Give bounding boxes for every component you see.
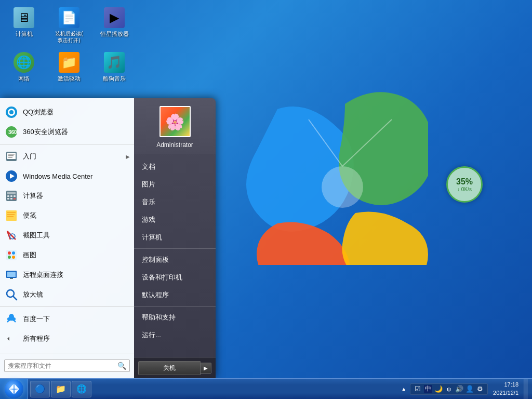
svg-point-42 xyxy=(12,317,16,321)
svg-rect-24 xyxy=(7,212,16,213)
speed-widget: 35% ↓ 0K/s xyxy=(446,166,483,203)
svg-point-0 xyxy=(322,166,363,208)
desktop-icon-word[interactable]: 📄 装机后必读( 双击打开) xyxy=(50,5,88,46)
tray-settings-icon[interactable]: ⚙ xyxy=(476,385,484,393)
right-item-help[interactable]: 帮助和支持 xyxy=(134,309,216,326)
tray-network-icon[interactable]: ψ xyxy=(445,385,453,393)
svg-rect-10 xyxy=(8,154,15,155)
qq-browser-label: QQ浏览器 xyxy=(23,108,130,117)
search-input[interactable] xyxy=(8,362,117,369)
system-clock[interactable]: 17:18 2021/12/1 xyxy=(490,381,522,397)
right-item-devices[interactable]: 设备和打印机 xyxy=(134,269,216,286)
all-programs-label: 所有程序 xyxy=(23,334,130,343)
svg-rect-30 xyxy=(6,250,17,260)
user-name: Administrator xyxy=(156,141,193,149)
right-menu-items: 文档 图片 音乐 游戏 计算机 控制面板 设备 xyxy=(134,154,216,357)
qq-browser-icon xyxy=(4,105,19,119)
intro-icon xyxy=(4,149,19,164)
tray-expand-button[interactable]: ▲ xyxy=(400,386,408,392)
svg-rect-11 xyxy=(8,155,14,156)
rdp-label: 远程桌面连接 xyxy=(23,270,130,280)
taskbar-qq-icon: 🔵 xyxy=(35,384,45,394)
baidu-icon xyxy=(4,312,19,326)
start-item-360[interactable]: 360 360安全浏览器 xyxy=(0,122,134,142)
right-item-music[interactable]: 音乐 xyxy=(134,193,216,211)
clock-date: 2021/12/1 xyxy=(493,389,518,397)
svg-point-5 xyxy=(9,110,14,114)
360-icon: 360 xyxy=(4,125,19,139)
taskbar-item-qq[interactable]: 🔵 xyxy=(30,381,50,397)
tray-volume-icon[interactable]: 🔊 xyxy=(455,385,463,393)
start-item-snipping[interactable]: 截图工具 xyxy=(0,225,134,245)
right-item-documents[interactable]: 文档 xyxy=(134,158,216,176)
magnifier-label: 放大镜 xyxy=(23,290,130,299)
svg-point-32 xyxy=(12,251,15,255)
right-item-control-panel[interactable]: 控制面板 xyxy=(134,251,216,269)
svg-rect-37 xyxy=(10,278,13,279)
word-icon-label: 装机后必读( 双击打开) xyxy=(55,30,83,44)
paint-label: 画图 xyxy=(23,250,130,260)
start-search-area: 🔍 xyxy=(0,353,134,378)
start-item-magnifier[interactable]: 放大镜 xyxy=(0,285,134,304)
right-item-games[interactable]: 游戏 xyxy=(134,211,216,229)
start-item-wmc[interactable]: Windows Media Center xyxy=(0,166,134,186)
start-item-all-programs[interactable]: 所有程序 xyxy=(0,329,134,349)
start-menu: QQ浏览器 360 360安全浏览器 入门 ▶ xyxy=(0,98,216,378)
desktop-icon-driver[interactable]: 📁 激活驱动 xyxy=(50,50,88,84)
right-item-pictures[interactable]: 图片 xyxy=(134,176,216,193)
start-item-calc[interactable]: 计算器 xyxy=(0,186,134,206)
calc-label: 计算器 xyxy=(23,191,130,201)
tray-moon-icon[interactable]: 🌙 xyxy=(434,385,443,393)
windows-orb-icon xyxy=(8,383,20,395)
media-icon: ▶ xyxy=(104,7,125,28)
tray-user-icon[interactable]: 👤 xyxy=(466,385,474,393)
shutdown-button[interactable]: 关机 xyxy=(138,361,201,375)
right-separator-2 xyxy=(134,306,216,307)
svg-line-39 xyxy=(14,297,17,300)
wmc-icon xyxy=(4,169,19,183)
desktop-icon-network[interactable]: 🌐 网络 xyxy=(5,50,43,84)
start-item-paint[interactable]: 画图 xyxy=(0,245,134,265)
svg-point-38 xyxy=(7,290,14,297)
magnifier-icon xyxy=(4,287,19,302)
right-item-run[interactable]: 运行... xyxy=(134,326,216,344)
shutdown-arrow-button[interactable]: ▶ xyxy=(201,363,211,374)
taskbar-explorer-icon: 📁 xyxy=(56,384,66,394)
tray-lang-icon[interactable]: 中 xyxy=(424,385,432,393)
network-icon: 🌐 xyxy=(14,52,34,73)
start-button[interactable] xyxy=(0,379,28,400)
intro-label: 入门 xyxy=(23,152,126,161)
windows-logo xyxy=(246,68,428,265)
desktop-icon-media[interactable]: ▶ 恒星播放器 xyxy=(96,5,133,46)
svg-rect-26 xyxy=(7,216,14,217)
desktop-icon-row-2: 🌐 网络 📁 激活驱动 🎵 酷狗音乐 xyxy=(5,50,133,84)
network-icon-label: 网络 xyxy=(18,75,30,82)
start-item-qq-browser[interactable]: QQ浏览器 xyxy=(0,102,134,122)
sticky-icon xyxy=(4,208,19,223)
desktop-icon-computer[interactable]: 🖥 计算机 xyxy=(5,5,43,46)
right-separator-1 xyxy=(134,248,216,249)
show-desktop-button[interactable] xyxy=(524,379,528,400)
intro-arrow: ▶ xyxy=(126,154,130,159)
right-item-default-programs[interactable]: 默认程序 xyxy=(134,286,216,304)
computer-icon-label: 计算机 xyxy=(16,30,33,37)
tray-icons: ☑ 中 🌙 ψ 🔊 👤 ⚙ xyxy=(410,383,488,395)
baidu-label: 百度一下 xyxy=(23,314,130,324)
tray-checkbox-icon[interactable]: ☑ xyxy=(414,385,422,393)
desktop-icon-music[interactable]: 🎵 酷狗音乐 xyxy=(96,50,133,84)
start-item-baidu[interactable]: 百度一下 xyxy=(0,309,134,329)
start-item-sticky[interactable]: 便笺 xyxy=(0,206,134,225)
search-box[interactable]: 🔍 xyxy=(4,360,130,372)
start-item-rdp[interactable]: 远程桌面连接 xyxy=(0,265,134,285)
svg-rect-19 xyxy=(14,195,16,197)
start-item-intro[interactable]: 入门 ▶ xyxy=(0,147,134,166)
separator-2 xyxy=(0,307,134,307)
paint-icon xyxy=(4,248,19,262)
right-item-computer[interactable]: 计算机 xyxy=(134,229,216,246)
svg-rect-18 xyxy=(10,195,12,197)
taskbar-item-ie[interactable]: 🌐 xyxy=(72,381,91,397)
taskbar-item-explorer[interactable]: 📁 xyxy=(51,381,71,397)
svg-point-41 xyxy=(7,317,10,321)
taskbar-items: 🔵 📁 🌐 xyxy=(28,381,395,397)
taskbar-ie-icon: 🌐 xyxy=(76,384,87,394)
